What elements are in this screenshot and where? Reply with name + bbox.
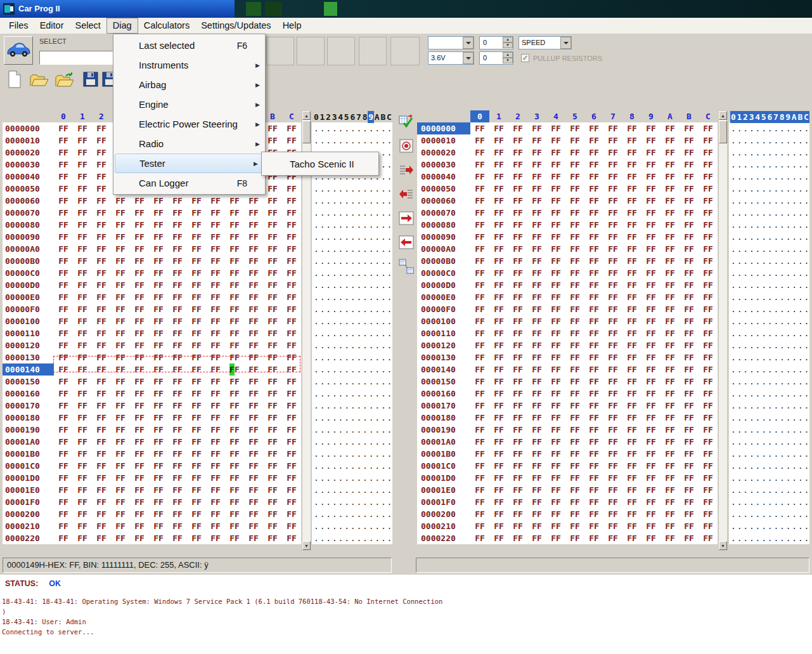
hex-byte[interactable]: FF	[282, 183, 301, 195]
hex-byte[interactable]: FF	[225, 231, 244, 243]
hex-byte[interactable]: FF	[149, 219, 168, 231]
hex-byte[interactable]: FF	[584, 351, 603, 363]
hex-byte[interactable]: FF	[73, 412, 92, 424]
hex-byte[interactable]: FF	[508, 267, 527, 279]
hex-byte[interactable]: FF	[130, 339, 149, 351]
hex-byte[interactable]: FF	[565, 436, 584, 448]
hex-byte[interactable]: FF	[527, 231, 546, 243]
hex-byte[interactable]: FF	[584, 147, 603, 159]
hex-byte[interactable]: FF	[92, 339, 111, 351]
hex-byte[interactable]: FF	[111, 339, 130, 351]
hex-byte[interactable]: FF	[661, 122, 680, 134]
row-address[interactable]: 00000D0	[3, 279, 54, 291]
hex-byte[interactable]: FF	[699, 484, 718, 496]
row-address[interactable]: 0000140	[3, 363, 54, 376]
hex-byte[interactable]: FF	[641, 400, 661, 412]
hex-byte[interactable]: FF	[168, 520, 187, 532]
hex-byte[interactable]: FF	[546, 171, 565, 183]
hex-byte[interactable]: FF	[641, 436, 661, 448]
hex-byte[interactable]: FF	[661, 327, 680, 339]
hex-byte[interactable]: FF	[92, 134, 111, 147]
hex-byte[interactable]: FF	[508, 327, 527, 339]
hex-byte[interactable]: FF	[263, 351, 282, 363]
hex-byte[interactable]: FF	[187, 496, 206, 508]
hex-byte[interactable]: FF	[661, 508, 680, 520]
ascii-col-header[interactable]: 6	[767, 111, 773, 123]
hex-byte[interactable]: FF	[661, 279, 680, 291]
hex-byte[interactable]: FF	[73, 339, 92, 351]
hex-byte[interactable]: FF	[187, 243, 206, 255]
hex-byte[interactable]: FF	[54, 339, 73, 351]
hex-byte[interactable]: FF	[282, 231, 301, 243]
hex-byte[interactable]: FF	[111, 460, 130, 472]
hex-byte[interactable]: FF	[244, 327, 263, 339]
ascii-col-header[interactable]: 8	[362, 111, 368, 123]
hex-byte[interactable]: FF	[92, 147, 111, 159]
row-address[interactable]: 0000190	[3, 424, 54, 436]
hex-byte[interactable]: FF	[546, 303, 565, 315]
hex-byte[interactable]: FF	[527, 159, 546, 171]
hex-byte[interactable]: FF	[149, 207, 168, 219]
hex-byte[interactable]: FF	[73, 532, 92, 544]
row-address[interactable]: 0000030	[3, 159, 54, 171]
hex-byte[interactable]: FF	[130, 376, 149, 388]
hex-byte[interactable]: FF	[661, 400, 680, 412]
chevron-down-icon[interactable]	[560, 37, 571, 49]
ascii-row[interactable]: .............	[729, 207, 809, 219]
hex-byte[interactable]: FF	[149, 231, 168, 243]
hex-byte[interactable]: FF	[584, 520, 603, 532]
hex-byte[interactable]: FF	[546, 484, 565, 496]
copy-right-button[interactable]	[397, 211, 415, 228]
hex-byte[interactable]: FF	[699, 219, 718, 231]
hex-byte[interactable]: FF	[206, 412, 225, 424]
hex-byte[interactable]: FF	[661, 147, 680, 159]
hex-byte[interactable]: FF	[565, 147, 584, 159]
hex-byte[interactable]: FF	[130, 279, 149, 291]
hex-byte[interactable]: FF	[565, 134, 584, 147]
ascii-row[interactable]: .............	[312, 460, 392, 472]
hex-byte[interactable]: FF	[73, 327, 92, 339]
hex-byte[interactable]: FF	[546, 134, 565, 147]
hex-byte[interactable]: FF	[282, 448, 301, 460]
row-address[interactable]: 00000B0	[3, 255, 54, 267]
hex-byte[interactable]: FF	[680, 351, 699, 363]
hex-byte[interactable]: FF	[641, 508, 661, 520]
hex-byte[interactable]: FF	[508, 315, 527, 327]
toolbar-button-2[interactable]	[297, 37, 325, 65]
ascii-row[interactable]: .............	[312, 388, 392, 400]
row-address[interactable]: 00001A0	[3, 436, 54, 448]
hex-byte[interactable]: FF	[641, 303, 661, 315]
hex-byte[interactable]: FF	[168, 267, 187, 279]
col-header-2[interactable]: 2	[92, 110, 111, 122]
hex-byte[interactable]: FF	[641, 388, 661, 400]
col-header-7[interactable]: 7	[603, 110, 622, 122]
row-address[interactable]: 0000040	[3, 171, 54, 183]
hex-byte[interactable]: FF	[92, 376, 111, 388]
hex-byte[interactable]: FF	[622, 520, 641, 532]
hex-byte[interactable]: FF	[168, 219, 187, 231]
hex-byte[interactable]: FF	[527, 122, 546, 134]
hex-byte[interactable]: FF	[641, 376, 661, 388]
hex-byte[interactable]: FF	[149, 520, 168, 532]
hex-byte[interactable]: FF	[225, 520, 244, 532]
hex-byte[interactable]: FF	[565, 267, 584, 279]
hex-byte[interactable]: FF	[699, 424, 718, 436]
hex-byte[interactable]: FF	[699, 279, 718, 291]
hex-byte[interactable]: FF	[282, 376, 301, 388]
hex-byte[interactable]: FF	[603, 267, 622, 279]
hex-byte[interactable]: FF	[603, 436, 622, 448]
hex-byte[interactable]: FF	[206, 400, 225, 412]
hex-byte[interactable]: FF	[489, 171, 508, 183]
hex-byte[interactable]: FF	[603, 376, 622, 388]
hex-byte[interactable]: FF	[149, 279, 168, 291]
hex-byte[interactable]: FF	[149, 267, 168, 279]
row-address[interactable]: 0000070	[3, 207, 54, 219]
hex-byte[interactable]: FF	[244, 303, 263, 315]
hex-byte[interactable]: FF	[54, 351, 73, 363]
col-header-3[interactable]: 3	[527, 110, 546, 122]
hex-byte[interactable]: FF	[565, 339, 584, 351]
hex-byte[interactable]: FF	[661, 291, 680, 303]
hex-byte[interactable]: FF	[584, 219, 603, 231]
hex-byte[interactable]: FF	[584, 424, 603, 436]
hex-byte[interactable]: FF	[244, 279, 263, 291]
